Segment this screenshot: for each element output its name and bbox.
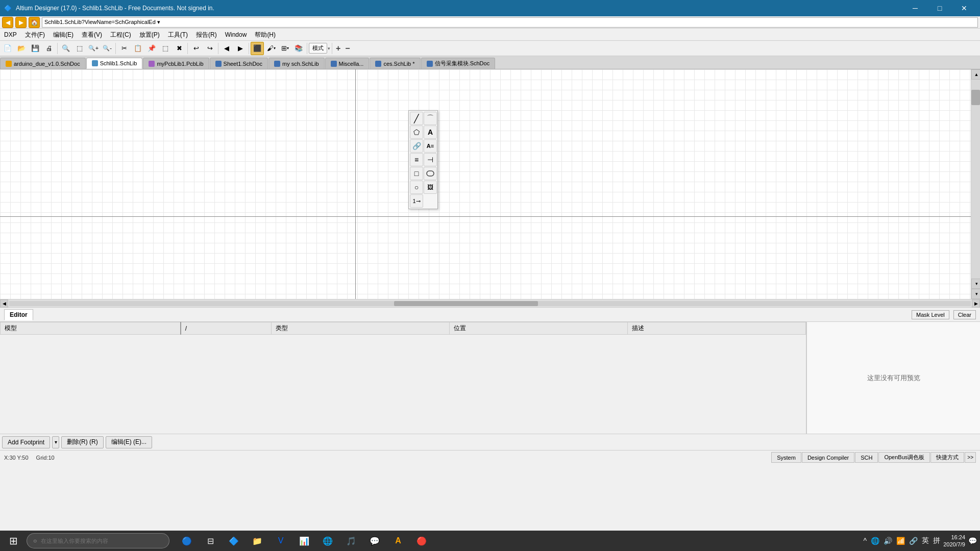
editor-tab[interactable]: Editor xyxy=(4,309,33,320)
add-footprint-button[interactable]: Add Footprint xyxy=(2,436,50,448)
scroll-down-bottom[interactable]: ▾ xyxy=(971,289,980,299)
taskbar-media-button[interactable]: 🎵 xyxy=(340,532,362,550)
nav-back-button[interactable]: ◀ xyxy=(220,42,233,55)
taskbar-wechat-button[interactable]: 💬 xyxy=(363,532,386,550)
paste-button[interactable]: 📌 xyxy=(145,42,158,55)
address-input[interactable] xyxy=(42,17,978,28)
ft-oval-rect-button[interactable] xyxy=(424,167,437,180)
start-button[interactable]: ⊞ xyxy=(2,532,24,550)
sch-button[interactable]: SCH xyxy=(855,452,878,463)
nav-forward-button[interactable]: ▶ xyxy=(234,42,247,55)
ft-arc-button[interactable]: ⌒ xyxy=(424,112,437,125)
tab-ces[interactable]: ces.SchLib * xyxy=(370,58,420,69)
tray-clock[interactable]: 16:24 2020/7/9 xyxy=(943,534,965,548)
toolbar-grid-btn[interactable]: ⊞ ▾ xyxy=(278,42,291,55)
scroll-thumb-right[interactable] xyxy=(971,90,980,105)
tab-misc[interactable]: Miscella... xyxy=(325,58,370,69)
edit-button[interactable]: 编辑(E) (E)... xyxy=(106,436,152,448)
forward-button[interactable]: ▶ xyxy=(15,17,27,28)
print-button[interactable]: 🖨 xyxy=(42,42,56,55)
save-button[interactable]: 💾 xyxy=(29,42,42,55)
taskbar-chrome-button[interactable]: 🌐 xyxy=(316,532,339,550)
ft-text-button[interactable]: A xyxy=(424,126,437,139)
tab-mysch[interactable]: my sch.SchLib xyxy=(268,58,325,69)
taskbar-altium-button[interactable]: A xyxy=(387,532,409,550)
clear-button[interactable]: Clear xyxy=(953,310,976,319)
shortcut-button[interactable]: 快捷方式 xyxy=(930,452,964,463)
menu-dxp[interactable]: DXP xyxy=(0,29,21,41)
tab-signal[interactable]: 信号采集模块.SchDoc xyxy=(421,58,496,69)
open-button[interactable]: 📂 xyxy=(15,42,28,55)
add-footprint-dropdown[interactable]: ▾ xyxy=(52,436,59,448)
tray-lang[interactable]: 英 xyxy=(921,536,930,545)
cut-button[interactable]: ✂ xyxy=(117,42,131,55)
back-button[interactable]: ◀ xyxy=(2,17,13,28)
taskbar-chart-button[interactable]: 📊 xyxy=(293,532,315,550)
menu-view[interactable]: 查看(V) xyxy=(78,29,106,41)
tray-wifi[interactable]: 📶 xyxy=(895,537,906,545)
close-button[interactable]: ✕ xyxy=(952,0,976,16)
taskbar-view-button[interactable]: ⊟ xyxy=(199,532,222,550)
menu-tools[interactable]: 工具(T) xyxy=(164,29,192,41)
tray-notify[interactable]: 💬 xyxy=(967,537,978,545)
copy-button[interactable]: 📋 xyxy=(131,42,144,55)
tray-caret[interactable]: ^ xyxy=(863,537,868,545)
taskbar-ie-button[interactable]: 🔵 xyxy=(176,532,198,550)
tray-network[interactable]: 🌐 xyxy=(870,537,880,545)
toolbar-btn-7[interactable]: ⬛ xyxy=(251,42,264,55)
maximize-button[interactable]: □ xyxy=(928,0,951,16)
ft-text-special-button[interactable]: A≡ xyxy=(424,139,437,153)
home-button[interactable]: 🏠 xyxy=(29,17,40,28)
plus-button[interactable]: + xyxy=(334,44,342,53)
undo-button[interactable]: ↩ xyxy=(189,42,203,55)
tray-volume[interactable]: 🔊 xyxy=(883,537,893,545)
tab-sheet1[interactable]: Sheet1.SchDoc xyxy=(210,58,268,69)
tray-connect[interactable]: 🔗 xyxy=(908,537,919,545)
system-button[interactable]: System xyxy=(771,452,801,463)
move-button[interactable]: ✖ xyxy=(173,42,186,55)
menu-window[interactable]: Window xyxy=(221,29,251,41)
delete-button[interactable]: 删除(R) (R) xyxy=(61,436,104,448)
taskbar-red-button[interactable]: 🔴 xyxy=(410,532,433,550)
taskbar-v-button[interactable]: V xyxy=(270,532,292,550)
ft-lines-button[interactable]: ≡ xyxy=(410,153,423,166)
zoom-out-button[interactable]: 🔍- xyxy=(101,42,114,55)
menu-project[interactable]: 工程(C) xyxy=(106,29,135,41)
scroll-up-button[interactable]: ▲ xyxy=(971,69,980,80)
tab-pcblib[interactable]: myPcbLib1.PcbLib xyxy=(143,58,209,69)
menu-report[interactable]: 报告(R) xyxy=(192,29,221,41)
ft-chain-button[interactable]: 🔗 xyxy=(410,139,423,153)
minus-button[interactable]: − xyxy=(343,44,352,53)
search-input[interactable] xyxy=(41,538,163,544)
new-button[interactable]: 📄 xyxy=(1,42,14,55)
zoom-button[interactable]: 🔍 xyxy=(59,42,72,55)
zoom-area-button[interactable]: ⬚ xyxy=(73,42,86,55)
menu-file[interactable]: 文件(F) xyxy=(21,29,49,41)
mask-level-button[interactable]: Mask Level xyxy=(912,310,949,319)
design-compiler-button[interactable]: Design Compiler xyxy=(802,452,854,463)
scroll-thumb-horizontal[interactable] xyxy=(394,301,538,306)
menu-edit[interactable]: 编辑(E) xyxy=(49,29,78,41)
tab-arduino[interactable]: arduino_due_v1.0.SchDoc xyxy=(0,58,86,69)
ft-connector-button[interactable]: ⊣ xyxy=(424,153,437,166)
ft-oval-button[interactable]: ○ xyxy=(410,181,423,194)
ft-line-button[interactable]: ╱ xyxy=(410,112,423,125)
menu-help[interactable]: 帮助(H) xyxy=(251,29,280,41)
canvas-area[interactable] xyxy=(0,69,980,299)
scroll-down-top[interactable]: ▾ xyxy=(971,279,980,289)
scroll-right-button[interactable]: ▶ xyxy=(972,299,980,308)
minimize-button[interactable]: ─ xyxy=(903,0,927,16)
tray-ime[interactable]: 拼 xyxy=(932,536,941,545)
ft-rect-button[interactable]: □ xyxy=(410,167,423,180)
menu-place[interactable]: 放置(P) xyxy=(135,29,164,41)
toolbar-lib-btn[interactable]: 📚 xyxy=(292,42,305,55)
ft-image-button[interactable]: 🖼 xyxy=(424,181,437,194)
taskbar-edge-button[interactable]: 🔷 xyxy=(223,532,245,550)
ft-pin-button[interactable]: 1⊸ xyxy=(410,194,423,208)
taskbar-search[interactable]: ○ xyxy=(27,533,169,548)
taskbar-folder-button[interactable]: 📁 xyxy=(246,532,268,550)
zoom-in-button[interactable]: 🔍+ xyxy=(87,42,100,55)
status-arrow-button[interactable]: >> xyxy=(965,452,976,463)
scroll-left-button[interactable]: ◀ xyxy=(0,299,8,308)
ft-pentagon-button[interactable]: ⬠ xyxy=(410,126,423,139)
